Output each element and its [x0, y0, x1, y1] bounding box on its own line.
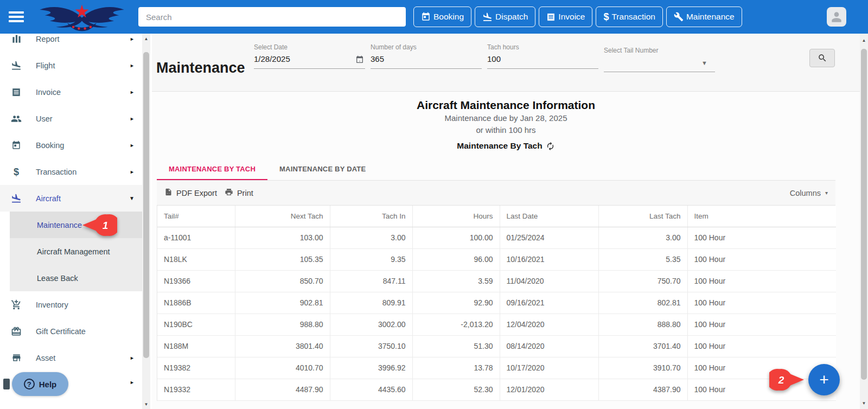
chevron-right-icon: ► [130, 380, 135, 385]
sidebar-scrollbar-thumb[interactable] [143, 52, 149, 358]
sidebar-item-label: Flight [36, 61, 55, 70]
select-tail-number-input[interactable] [604, 57, 696, 67]
sidebar-item-asset[interactable]: Asset ► [0, 344, 142, 371]
column-header[interactable]: Next Tach [235, 206, 330, 227]
scroll-up-icon[interactable]: ▲ [860, 38, 868, 43]
table-row[interactable]: N193824010.703996.9213.7810/17/20203910.… [157, 357, 836, 379]
column-header[interactable]: Last Tach [598, 206, 687, 227]
chevron-right-icon: ► [130, 36, 135, 42]
sidebar-scrollbar[interactable]: ▲ ▼ [142, 34, 150, 409]
plane-landing-icon [10, 193, 23, 204]
select-tail-number-dropdown[interactable]: ▼ [604, 57, 715, 72]
sidebar-item-transaction[interactable]: $ Transaction ► [0, 158, 142, 185]
table-row[interactable]: N18LK105.359.3596.0010/16/20215.35100 Ho… [157, 248, 836, 270]
sidebar-item-invoice[interactable]: Invoice ► [0, 79, 142, 105]
printer-icon [225, 188, 233, 198]
nav-button-label: Invoice [558, 12, 585, 22]
table-cell: 100 Hour [687, 248, 836, 270]
sidebar-item-flight[interactable]: Flight ► [0, 52, 142, 79]
table-cell: 5.35 [598, 248, 687, 270]
table-cell: 888.80 [598, 314, 687, 335]
table-cell: N1886B [157, 292, 235, 314]
number-of-days-input[interactable] [371, 54, 463, 63]
main-scrollbar[interactable]: ▲ ▼ [860, 34, 868, 409]
table-cell: 11/04/2020 [500, 270, 598, 292]
hamburger-menu-icon[interactable] [9, 11, 24, 22]
number-of-days-label: Number of days [371, 43, 482, 51]
top-navigation-bar: Booking Dispatch Invoice $ Transaction M… [0, 0, 868, 34]
tab-bar: MAINTENANCE BY TACH MAINTENANCE BY DATE [152, 159, 860, 180]
dollar-icon: $ [603, 12, 609, 22]
scroll-up-icon[interactable]: ▲ [142, 36, 150, 41]
invoice-button[interactable]: Invoice [539, 7, 592, 27]
search-input[interactable] [138, 7, 406, 27]
calendar-icon[interactable] [355, 55, 364, 66]
sidebar-item-label: Invoice [36, 88, 61, 97]
cart-icon [10, 299, 23, 310]
tach-hours-input[interactable] [487, 54, 579, 63]
table-row[interactable]: N188M3801.403750.1051.3008/14/20203701.4… [157, 335, 836, 357]
svg-text:1: 1 [103, 220, 108, 231]
sidebar-item-label: Transaction [36, 168, 76, 176]
sidebar: Report ► Flight ► Invoice ► User ► [0, 34, 142, 409]
add-maintenance-fab[interactable]: + [808, 364, 840, 395]
table-cell: 09/16/2021 [500, 292, 598, 314]
booking-button[interactable]: Booking [413, 7, 471, 27]
table-row[interactable]: N193324487.904435.6052.3012/01/20204387.… [157, 379, 836, 400]
dispatch-button[interactable]: Dispatch [475, 7, 535, 27]
table-cell: 100 Hour [687, 335, 836, 357]
table-cell: 4387.90 [598, 379, 687, 400]
table-cell: N18LK [157, 248, 235, 270]
sidebar-subitem-maintenance[interactable]: Maintenance [10, 212, 142, 238]
column-header[interactable]: Tail# [157, 206, 235, 227]
wrench-icon [674, 12, 684, 22]
columns-dropdown[interactable]: Columns ▾ [790, 189, 828, 197]
column-header[interactable]: Item [687, 206, 836, 227]
filter-search-button[interactable] [809, 49, 835, 67]
table-cell: 750.70 [598, 270, 687, 292]
columns-label: Columns [790, 189, 821, 197]
sidebar-item-inventory[interactable]: Inventory [0, 291, 142, 318]
select-date-input[interactable] [254, 54, 346, 63]
refresh-icon[interactable] [546, 142, 555, 151]
filter-bar: Maintenance Select Date Number of days T… [152, 34, 860, 92]
chevron-right-icon: ► [130, 169, 135, 175]
sidebar-item-booking[interactable]: Booking ► [0, 132, 142, 158]
sidebar-item-aircraft[interactable]: Aircraft ▼ [0, 185, 142, 212]
table-row[interactable]: N19366850.70847.113.5911/04/2020750.7010… [157, 270, 836, 292]
sidebar-item-report[interactable]: Report ► [0, 34, 142, 52]
question-mark-icon: ? [24, 379, 35, 389]
company-logo [34, 1, 130, 35]
annotation-marker-1: 1 [81, 213, 117, 237]
table-row[interactable]: N190BC988.803002.00-2,013.2012/04/202088… [157, 314, 836, 335]
column-header[interactable]: Hours [412, 206, 500, 227]
column-header[interactable]: Tach In [330, 206, 412, 227]
table-cell: 13.78 [412, 357, 500, 379]
sidebar-item-label: Gift Certificate [36, 327, 86, 336]
sidebar-item-gift-certificate[interactable]: Gift Certificate [0, 318, 142, 344]
table-cell: 51.30 [412, 335, 500, 357]
chevron-right-icon: ► [130, 90, 135, 95]
maintenance-button[interactable]: Maintenance [666, 7, 742, 27]
sidebar-subitem-lease-back[interactable]: Lease Back [10, 265, 142, 291]
help-button[interactable]: ? Help [12, 372, 68, 396]
table-toolbar: PDF Export Print Columns ▾ [157, 180, 835, 206]
print-button[interactable]: Print [225, 188, 253, 198]
table-cell: 96.00 [412, 248, 500, 270]
scroll-down-icon[interactable]: ▼ [142, 402, 150, 407]
sidebar-subitem-aircraft-management[interactable]: Aircraft Management [10, 238, 142, 265]
table-cell: 92.90 [412, 292, 500, 314]
table-row[interactable]: N1886B902.81809.9192.9009/16/2021802.811… [157, 292, 836, 314]
table-cell: 12/01/2020 [500, 379, 598, 400]
user-avatar[interactable] [827, 7, 846, 27]
table-cell: 52.30 [412, 379, 500, 400]
table-row[interactable]: a-11001103.003.00100.0001/25/20243.00100… [157, 227, 836, 248]
tab-maintenance-by-date[interactable]: MAINTENANCE BY DATE [267, 159, 378, 180]
column-header[interactable]: Last Date [500, 206, 598, 227]
tab-maintenance-by-tach[interactable]: MAINTENANCE BY TACH [157, 159, 267, 180]
scroll-down-icon[interactable]: ▼ [860, 401, 868, 406]
pdf-export-button[interactable]: PDF Export [164, 188, 217, 198]
sidebar-item-user[interactable]: User ► [0, 105, 142, 132]
transaction-button[interactable]: $ Transaction [596, 7, 662, 27]
main-scrollbar-thumb[interactable] [861, 49, 867, 380]
